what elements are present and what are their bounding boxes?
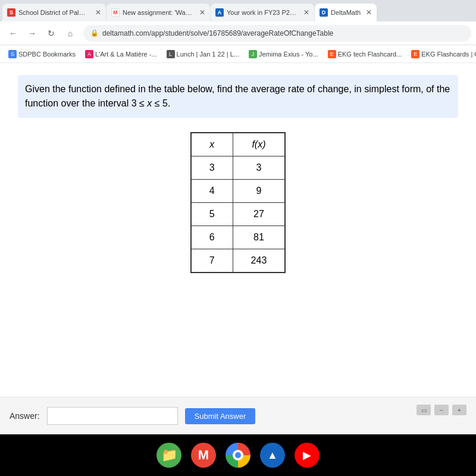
taskbar-youtube-icon[interactable]: ▶ [295, 443, 320, 468]
table-cell-fx-3: 81 [233, 226, 285, 249]
bookmark-sdpbc[interactable]: S SDPBC Bookmarks [5, 49, 79, 60]
table-cell-x-3: 6 [191, 226, 233, 249]
taskbar-chrome-icon[interactable] [226, 443, 250, 468]
table-cell-x-0: 3 [191, 156, 233, 180]
forward-button[interactable]: → [24, 25, 40, 42]
math-table-container: x f(x) 3 3 4 9 5 27 [18, 132, 458, 273]
table-header-fx: f(x) [233, 133, 285, 156]
bookmark-label-lunch: Lunch | Jan 1 22 | L... [177, 51, 239, 58]
bookmark-ekg[interactable]: E EKG Flashcards | Q... [408, 49, 476, 60]
tab-label-school: School District of Palm Beach [18, 9, 90, 16]
function-table: x f(x) 3 3 4 9 5 27 [190, 132, 286, 273]
tab-gmail[interactable]: M New assignment: 'Warm up' ✕ [107, 4, 210, 21]
bookmark-icon-jemima: J [249, 50, 257, 58]
table-cell-fx-0: 3 [233, 156, 285, 180]
bookmark-label-jemima: Jemima Exius - Yo... [259, 51, 318, 58]
table-row: 3 3 [191, 156, 286, 180]
toolbar-icons: ▭ − + [416, 405, 466, 415]
page-content: Given the function defined in the table … [0, 63, 476, 397]
calculator-icon[interactable]: ▭ [416, 405, 431, 415]
bookmarks-bar: S SDPBC Bookmarks A L'Art & La Matière -… [0, 45, 476, 63]
table-row: 6 81 [191, 226, 286, 249]
tab-favicon-gmail: M [111, 8, 120, 17]
bookmark-icon-ekg: E [411, 50, 419, 58]
tab-close-gmail[interactable]: ✕ [199, 8, 205, 17]
tab-label-deltamath: DeltaMath [331, 9, 361, 16]
bookmark-label-ekg: EKG Flashcards | Q... [421, 51, 476, 58]
address-bar: ← → ↻ ⌂ 🔒 deltamath.com/app/student/solv… [0, 21, 476, 45]
table-row: 7 243 [191, 249, 286, 273]
tab-favicon-work: A [215, 8, 224, 17]
tab-favicon-deltamath: D [320, 8, 328, 17]
problem-text: Given the function defined in the table … [18, 75, 458, 118]
table-row: 5 27 [191, 203, 286, 226]
tab-close-deltamath[interactable]: ✕ [366, 8, 372, 17]
bookmark-label-ekg-tech: EKG tech Flashcard... [338, 51, 402, 58]
taskbar-gmail-icon[interactable]: M [191, 443, 216, 468]
table-header-x: x [191, 133, 233, 156]
table-cell-x-4: 7 [191, 249, 233, 273]
zoom-out-icon[interactable]: − [434, 405, 449, 415]
tab-work[interactable]: A Your work in FY23 P2/4 HOM ✕ [211, 4, 314, 21]
tab-close-school[interactable]: ✕ [95, 8, 101, 17]
refresh-button[interactable]: ↻ [43, 25, 60, 42]
zoom-in-icon[interactable]: + [452, 405, 466, 415]
table-cell-x-2: 5 [191, 203, 233, 226]
submit-button[interactable]: Submit Answer [185, 408, 256, 424]
tab-deltamath[interactable]: D DeltaMath ✕ [315, 4, 377, 21]
tab-school[interactable]: S School District of Palm Beach ✕ [2, 4, 106, 21]
tab-close-work[interactable]: ✕ [303, 8, 309, 17]
bookmark-icon-ekg-tech: E [328, 50, 336, 58]
taskbar: 📁 M ▲ ▶ [0, 434, 476, 476]
url-text: deltamath.com/app/student/solve/16785689… [102, 29, 333, 37]
tab-favicon-school: S [7, 8, 15, 17]
taskbar-files-icon[interactable]: 📁 [156, 443, 181, 468]
table-row: 4 9 [191, 180, 286, 203]
taskbar-drive-icon[interactable]: ▲ [260, 443, 285, 468]
url-bar[interactable]: 🔒 deltamath.com/app/student/solve/167856… [83, 25, 471, 42]
bookmark-icon-art: A [85, 50, 93, 58]
table-cell-x-1: 4 [191, 180, 233, 203]
bookmark-label-sdpbc: SDPBC Bookmarks [18, 51, 76, 58]
bookmark-lunch[interactable]: L Lunch | Jan 1 22 | L... [163, 49, 243, 60]
table-cell-fx-1: 9 [233, 180, 285, 203]
browser-window: S School District of Palm Beach ✕ M New … [0, 0, 476, 434]
bookmark-icon-sdpbc: S [8, 50, 17, 58]
lock-icon: 🔒 [90, 29, 99, 37]
bookmark-jemima[interactable]: J Jemima Exius - Yo... [245, 49, 322, 60]
problem-statement: Given the function defined in the table … [25, 84, 450, 108]
nav-buttons: ← → ↻ ⌂ [5, 25, 79, 42]
bookmark-label-art: L'Art & La Matière -... [95, 51, 157, 58]
tab-bar: S School District of Palm Beach ✕ M New … [0, 0, 476, 21]
bookmark-icon-lunch: L [167, 50, 175, 58]
tab-label-work: Your work in FY23 P2/4 HOM [227, 9, 298, 16]
bookmark-art[interactable]: A L'Art & La Matière -... [82, 49, 161, 60]
answer-input[interactable] [47, 407, 178, 425]
tab-label-gmail: New assignment: 'Warm up' [123, 9, 194, 16]
answer-label: Answer: [10, 411, 40, 421]
bookmark-ekg-tech[interactable]: E EKG tech Flashcard... [324, 49, 406, 60]
table-cell-fx-2: 27 [233, 203, 285, 226]
back-button[interactable]: ← [5, 25, 21, 42]
answer-section: Answer: Submit Answer ▭ − + [0, 397, 476, 434]
home-button[interactable]: ⌂ [62, 25, 79, 42]
table-cell-fx-4: 243 [233, 249, 285, 273]
